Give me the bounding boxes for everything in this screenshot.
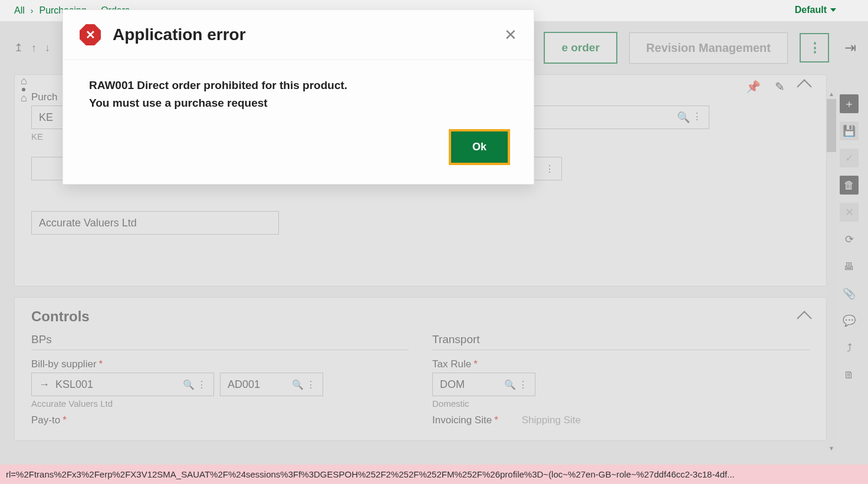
- bps-title: BPs: [31, 330, 409, 350]
- error-dialog: ✕ Application error ✕ RAW001 Direct orde…: [63, 9, 534, 185]
- share-icon[interactable]: ⤴: [840, 338, 859, 357]
- bill-by-address-input[interactable]: AD001 🔍 ⋮: [220, 373, 323, 396]
- create-order-button[interactable]: e order: [544, 32, 617, 64]
- invoicing-site-label: Invoicing Site*: [432, 414, 498, 426]
- kebab-icon: ⋮: [808, 40, 821, 55]
- home-icon[interactable]: ⌂: [21, 75, 27, 87]
- kebab-icon[interactable]: ⋮: [692, 111, 702, 124]
- check-icon: ✓: [840, 149, 859, 167]
- dialog-message-line2: You must use a purchase request: [89, 94, 508, 112]
- print-icon[interactable]: 🖶: [840, 257, 859, 276]
- nav-arrows: ↥ ↑ ↓: [14, 41, 50, 54]
- revision-management-button: Revision Management: [629, 32, 788, 64]
- next-record-icon[interactable]: ↓: [45, 42, 50, 54]
- kebab-icon[interactable]: ⋮: [197, 379, 206, 390]
- bill-by-helper: Accurate Valuers Ltd: [31, 399, 409, 409]
- breadcrumb-root[interactable]: All: [14, 5, 25, 16]
- scrollbar[interactable]: ▲ ▼: [827, 91, 836, 452]
- home-nav: ⌂ ⌂: [21, 75, 27, 104]
- bill-by-supplier-input[interactable]: → KSL001 🔍 ⋮: [31, 373, 214, 396]
- ok-button[interactable]: Ok: [451, 131, 508, 163]
- kebab-icon[interactable]: ⋮: [518, 379, 528, 390]
- tax-rule-input[interactable]: DOM 🔍 ⋮: [432, 373, 535, 396]
- chevron-right-icon: ›: [31, 6, 34, 15]
- default-label: Default: [795, 5, 827, 15]
- delete-icon[interactable]: 🗑: [840, 176, 859, 195]
- search-icon[interactable]: 🔍: [183, 379, 195, 390]
- dialog-message-line1: RAW001 Direct order prohibited for this …: [89, 77, 508, 94]
- purchase-site-value: KE: [39, 111, 53, 124]
- error-icon: ✕: [80, 24, 101, 45]
- close-icon: ✕: [840, 203, 859, 222]
- arrow-right-icon[interactable]: →: [39, 378, 50, 391]
- attach-icon[interactable]: 📎: [840, 284, 859, 303]
- edit-icon[interactable]: ✎: [775, 80, 785, 94]
- transport-column: Transport Tax Rule* DOM 🔍 ⋮ Domestic: [432, 330, 810, 429]
- indicator-dot: [22, 88, 25, 91]
- scrollbar-thumb[interactable]: [827, 99, 836, 152]
- kebab-icon[interactable]: ⋮: [306, 379, 315, 390]
- dialog-close-button[interactable]: ✕: [504, 26, 517, 44]
- dialog-message: RAW001 Direct order prohibited for this …: [63, 60, 534, 124]
- document-icon[interactable]: 🗎: [840, 366, 859, 384]
- collapse-icon[interactable]: [797, 311, 811, 325]
- transport-title: Transport: [432, 330, 810, 350]
- right-action-rail: ＋ 💾 ✓ 🗑 ✕ ⟳ 🖶 📎 💬 ⤴ 🗎: [839, 94, 860, 384]
- bill-by-address-value: AD001: [228, 378, 260, 391]
- shipping-site-label: Shipping Site: [522, 414, 581, 426]
- exit-icon[interactable]: ⇥: [844, 39, 856, 56]
- bill-by-value: KSL001: [55, 378, 93, 391]
- search-icon[interactable]: 🔍: [504, 379, 516, 390]
- bill-by-supplier-label: Bill-by supplier*: [31, 358, 409, 370]
- refresh-icon[interactable]: ⟳: [840, 230, 859, 249]
- pay-to-label: Pay-to*: [31, 414, 409, 426]
- tax-rule-helper: Domestic: [432, 399, 810, 409]
- comment-icon[interactable]: 💬: [840, 311, 859, 330]
- controls-title: Controls: [15, 298, 826, 330]
- status-bar-url: rl=%2Ftrans%2Fx3%2Ferp%2FX3V12SMA_SAUAT%…: [0, 465, 868, 484]
- caret-down-icon: [830, 8, 836, 12]
- controls-panel: Controls BPs Bill-by supplier* → KSL001: [14, 297, 827, 441]
- collapse-icon[interactable]: [797, 79, 811, 94]
- prev-record-icon[interactable]: ↑: [31, 42, 37, 54]
- add-icon[interactable]: ＋: [840, 94, 859, 113]
- home-icon[interactable]: ⌂: [21, 92, 27, 104]
- pin-icon[interactable]: 📌: [746, 80, 761, 94]
- tax-rule-label: Tax Rule*: [432, 358, 810, 370]
- vendor-name-input[interactable]: Accurate Valuers Ltd: [31, 211, 279, 235]
- scroll-down-arrow[interactable]: ▼: [828, 445, 834, 452]
- save-icon: 💾: [840, 121, 859, 140]
- more-actions-button[interactable]: ⋮: [800, 33, 829, 62]
- default-profile-link[interactable]: Default: [795, 5, 836, 15]
- first-record-icon[interactable]: ↥: [14, 41, 23, 54]
- vendor-name-value: Accurate Valuers Ltd: [39, 217, 137, 229]
- kebab-icon[interactable]: ⋮: [545, 163, 554, 174]
- scroll-up-arrow[interactable]: ▲: [828, 91, 834, 97]
- search-icon[interactable]: 🔍: [292, 379, 304, 390]
- dialog-title: Application error: [113, 25, 246, 44]
- search-icon[interactable]: 🔍: [677, 111, 690, 124]
- bps-column: BPs Bill-by supplier* → KSL001 🔍 ⋮: [31, 330, 409, 429]
- tax-rule-value: DOM: [440, 378, 465, 391]
